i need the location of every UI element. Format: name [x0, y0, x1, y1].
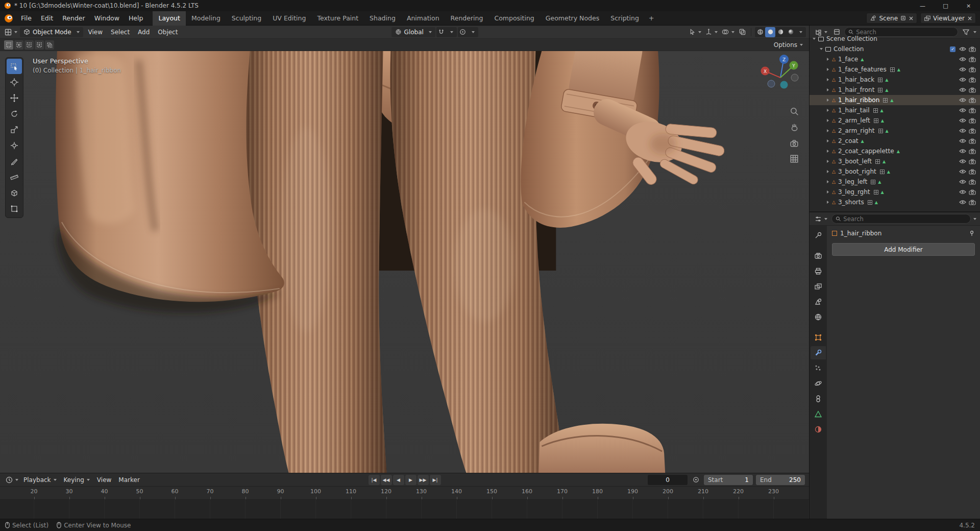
- disable-render-icon[interactable]: [969, 118, 976, 124]
- previous-keyframe-button[interactable]: ◀◀: [381, 475, 392, 485]
- hide-viewport-icon[interactable]: [959, 169, 966, 174]
- outliner-item[interactable]: △ 1_face ▲: [810, 54, 980, 64]
- select-mode-subtract-button[interactable]: [24, 40, 34, 50]
- hide-viewport-icon[interactable]: [959, 159, 966, 164]
- disable-render-icon[interactable]: [969, 67, 976, 73]
- expand-icon[interactable]: [827, 190, 829, 194]
- properties-search[interactable]: [831, 214, 971, 224]
- viewport-menu-item[interactable]: Add: [134, 26, 154, 39]
- mode-dropdown[interactable]: Object Mode: [20, 27, 83, 37]
- disable-render-icon[interactable]: [969, 108, 976, 113]
- expand-icon[interactable]: [827, 170, 829, 173]
- select-mode-extend-button[interactable]: [14, 40, 23, 50]
- object-name-label[interactable]: 3_boot_right: [838, 168, 876, 175]
- collapse-icon[interactable]: [820, 48, 823, 50]
- object-name-label[interactable]: 2_coat: [838, 137, 859, 144]
- disable-render-icon[interactable]: [969, 169, 976, 175]
- maximize-button[interactable]: □: [934, 0, 957, 11]
- overlays-dropdown[interactable]: [720, 27, 736, 37]
- selectability-dropdown[interactable]: [688, 27, 703, 37]
- expand-icon[interactable]: [827, 58, 829, 61]
- hide-viewport-icon[interactable]: [959, 77, 966, 82]
- object-name-label[interactable]: 1_hair_ribbon: [838, 96, 879, 104]
- viewport-menu-item[interactable]: Select: [107, 26, 134, 39]
- add-modifier-button[interactable]: Add Modifier: [832, 243, 975, 256]
- hide-viewport-icon[interactable]: [959, 138, 966, 143]
- zoom-view-button[interactable]: [788, 105, 801, 118]
- tab-view-layer[interactable]: [811, 280, 826, 293]
- outliner-item[interactable]: △ 1_hair_ribbon ▲: [810, 95, 980, 105]
- xray-toggle[interactable]: [737, 27, 747, 37]
- transform-orientation-dropdown[interactable]: Global: [391, 27, 435, 37]
- expand-icon[interactable]: [827, 78, 829, 81]
- viewport-canvas[interactable]: User Perspective (0) Collection | 1_hair…: [0, 51, 809, 473]
- pan-view-button[interactable]: [788, 120, 801, 134]
- workspace-tab[interactable]: Animation: [401, 11, 445, 26]
- timeline-editor-type-button[interactable]: [4, 475, 20, 485]
- pin-icon[interactable]: [969, 230, 975, 236]
- hide-viewport-icon[interactable]: [959, 200, 966, 205]
- hide-viewport-icon[interactable]: [959, 46, 966, 52]
- expand-icon[interactable]: [827, 88, 829, 91]
- object-name-label[interactable]: 3_shorts: [838, 199, 864, 206]
- outliner-item[interactable]: △ 2_coat ▲: [810, 136, 980, 146]
- select-mode-set-button[interactable]: [4, 40, 13, 50]
- interactive-add-tool[interactable]: [7, 201, 22, 216]
- object-name-label[interactable]: 3_leg_left: [838, 178, 867, 185]
- hide-viewport-icon[interactable]: [959, 98, 966, 103]
- shading-rendered-button[interactable]: [786, 27, 796, 37]
- timeline-track[interactable]: [0, 500, 809, 519]
- select-mode-intersect-button[interactable]: [45, 40, 54, 50]
- frame-end-field[interactable]: End 250: [756, 475, 805, 485]
- measure-tool[interactable]: [7, 170, 22, 185]
- minimize-button[interactable]: —: [911, 0, 934, 11]
- navigation-gizmo[interactable]: Z Y X: [759, 54, 802, 97]
- topbar-menu-item[interactable]: Help: [124, 11, 148, 26]
- properties-editor-type-button[interactable]: [813, 214, 829, 224]
- tab-object[interactable]: [811, 331, 826, 344]
- viewlayer-selector[interactable]: ViewLayer: [920, 13, 976, 23]
- next-keyframe-button[interactable]: ▶▶: [418, 475, 429, 485]
- expand-icon[interactable]: [827, 180, 829, 183]
- axis-x-label[interactable]: X: [764, 69, 767, 74]
- outliner-item[interactable]: △ 1_hair_tail ▲: [810, 105, 980, 115]
- current-frame-field[interactable]: 0: [648, 475, 688, 485]
- play-button[interactable]: ▶: [405, 475, 416, 485]
- tab-physics[interactable]: [811, 377, 826, 390]
- shading-material-button[interactable]: [775, 27, 786, 37]
- disable-render-icon[interactable]: [969, 159, 976, 164]
- outliner-item[interactable]: △ 1_hair_back ▲: [810, 75, 980, 85]
- cursor-tool[interactable]: [7, 75, 22, 90]
- disable-render-icon[interactable]: [969, 57, 976, 62]
- expand-icon[interactable]: [827, 150, 829, 153]
- remove-viewlayer-icon[interactable]: [967, 16, 972, 21]
- outliner-item[interactable]: △ 1_hair_front ▲: [810, 85, 980, 95]
- expand-icon[interactable]: [827, 139, 829, 142]
- object-name-label[interactable]: 1_face: [838, 56, 858, 63]
- scale-tool[interactable]: [7, 122, 22, 137]
- topbar-menu-item[interactable]: Render: [58, 11, 90, 26]
- properties-object-name[interactable]: 1_hair_ribbon: [840, 230, 881, 237]
- topbar-menu-item[interactable]: Edit: [36, 11, 58, 26]
- disable-render-icon[interactable]: [969, 189, 976, 195]
- collapse-icon[interactable]: [813, 38, 816, 40]
- snap-options-dropdown[interactable]: [447, 27, 457, 37]
- object-name-label[interactable]: 1_hair_front: [838, 86, 874, 93]
- workspace-tab[interactable]: Texture Paint: [311, 11, 364, 26]
- viewport-menu-item[interactable]: View: [84, 26, 107, 39]
- properties-search-input[interactable]: [843, 215, 967, 223]
- outliner-options-icon[interactable]: [973, 31, 976, 33]
- object-name-label[interactable]: 3_leg_rght: [838, 188, 870, 196]
- viewport-options-dropdown[interactable]: Options: [772, 41, 805, 49]
- hide-viewport-icon[interactable]: [959, 108, 966, 113]
- hide-viewport-icon[interactable]: [959, 189, 966, 195]
- viewport-menu-item[interactable]: Object: [154, 26, 182, 39]
- object-name-label[interactable]: 2_coat_cappelette: [838, 148, 894, 155]
- workspace-tab[interactable]: Rendering: [445, 11, 489, 26]
- proportional-options-dropdown[interactable]: [468, 27, 478, 37]
- hide-viewport-icon[interactable]: [959, 128, 966, 133]
- hide-viewport-icon[interactable]: [959, 67, 966, 72]
- disable-render-icon[interactable]: [969, 46, 976, 52]
- annotate-tool[interactable]: [7, 154, 22, 169]
- scene-selector[interactable]: Scene: [866, 13, 917, 23]
